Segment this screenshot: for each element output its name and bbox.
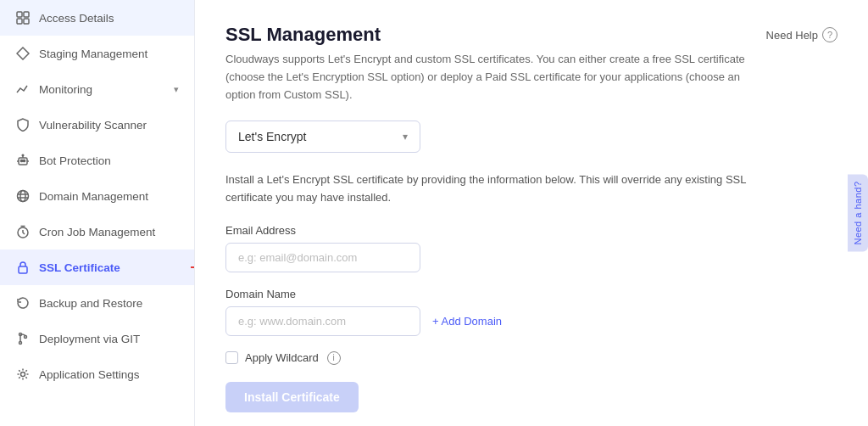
page-title: SSL Management [225, 24, 381, 46]
svg-point-12 [18, 191, 29, 202]
sidebar-item-cron-job-management[interactable]: Cron Job Management [0, 214, 194, 249]
sidebar-item-domain-management[interactable]: Domain Management [0, 178, 194, 214]
sidebar-item-label: Application Settings [39, 368, 140, 381]
sidebar-item-backup-and-restore[interactable]: Backup and Restore [0, 285, 194, 321]
lock-icon [15, 260, 31, 275]
svg-rect-2 [17, 19, 22, 24]
page-header: SSL Management Need Help ? [225, 24, 837, 46]
sidebar: Access Details Staging Management Monito… [0, 0, 195, 426]
svg-rect-18 [19, 266, 27, 273]
add-domain-link[interactable]: + Add Domain [432, 315, 502, 328]
git-icon [15, 331, 31, 346]
sidebar-item-application-settings[interactable]: Application Settings [0, 356, 194, 392]
domain-label: Domain Name [225, 288, 837, 300]
sidebar-item-label: Backup and Restore [39, 297, 142, 310]
clock-icon [15, 224, 31, 239]
svg-rect-7 [24, 160, 25, 162]
wildcard-label: Apply Wildcard [245, 351, 319, 364]
svg-point-22 [25, 336, 27, 339]
sidebar-item-monitoring[interactable]: Monitoring ▾ [0, 71, 194, 107]
svg-point-24 [21, 373, 25, 377]
ssl-type-dropdown-wrapper: Let's Encrypt ▾ [225, 121, 837, 153]
restore-icon [15, 295, 31, 311]
sidebar-item-label: Bot Protection [39, 154, 111, 167]
gear-icon [15, 367, 31, 382]
shield-icon [15, 117, 31, 132]
svg-point-13 [20, 191, 25, 202]
sidebar-item-label: Cron Job Management [39, 226, 155, 238]
info-icon[interactable]: i [327, 351, 341, 365]
svg-marker-4 [17, 48, 29, 59]
domain-form-group: Domain Name + Add Domain [225, 288, 837, 336]
sidebar-item-deployment-via-git[interactable]: Deployment via GIT [0, 321, 194, 356]
sidebar-item-ssl-certificate[interactable]: SSL Certificate [0, 249, 194, 285]
sidebar-item-access-details[interactable]: Access Details [0, 0, 194, 36]
dropdown-selected-value: Let's Encrypt [238, 130, 307, 143]
diamond-icon [15, 46, 31, 61]
email-input[interactable] [225, 243, 420, 272]
need-a-hand-tab[interactable]: Need a hand? [848, 174, 868, 251]
install-notice-text: Install a Let's Encrypt SSL certificate … [225, 171, 768, 207]
svg-rect-1 [24, 12, 29, 17]
domain-row: + Add Domain [225, 306, 837, 336]
svg-rect-3 [24, 19, 29, 24]
sidebar-item-label: Domain Management [39, 190, 148, 203]
email-label: Email Address [225, 224, 837, 237]
sidebar-item-label: SSL Certificate [39, 261, 120, 274]
svg-rect-0 [17, 12, 22, 17]
install-certificate-button[interactable]: Install Certificate [225, 382, 359, 412]
domain-input[interactable] [225, 306, 420, 336]
sidebar-item-staging-management[interactable]: Staging Management [0, 36, 194, 71]
chevron-down-icon: ▾ [403, 131, 408, 143]
need-help-link[interactable]: Need Help ? [766, 27, 837, 42]
globe-icon [15, 188, 31, 204]
svg-rect-6 [21, 160, 23, 162]
robot-icon [15, 153, 31, 168]
sidebar-item-vulnerability-scanner[interactable]: Vulnerability Scanner [0, 107, 194, 143]
main-content: SSL Management Need Help ? Cloudways sup… [195, 0, 868, 426]
sidebar-item-label: Access Details [39, 12, 114, 25]
wildcard-checkbox[interactable] [225, 351, 238, 364]
help-circle-icon: ? [822, 27, 837, 42]
email-form-group: Email Address [225, 224, 837, 272]
chart-icon [15, 81, 31, 97]
side-tab-wrapper: Need a hand? [848, 174, 868, 251]
need-help-label: Need Help [766, 29, 818, 42]
sidebar-item-bot-protection[interactable]: Bot Protection [0, 143, 194, 178]
sidebar-item-label: Deployment via GIT [39, 333, 140, 345]
description-text: Cloudways supports Let's Encrypt and cus… [225, 51, 768, 104]
grid-icon [15, 10, 31, 25]
svg-point-9 [22, 154, 24, 156]
sidebar-item-label: Vulnerability Scanner [39, 119, 147, 132]
chevron-down-icon: ▾ [174, 84, 179, 95]
ssl-type-dropdown[interactable]: Let's Encrypt ▾ [225, 121, 420, 153]
wildcard-row: Apply Wildcard i [225, 351, 837, 365]
svg-point-21 [19, 342, 22, 345]
sidebar-item-label: Monitoring [39, 83, 92, 96]
sidebar-item-label: Staging Management [39, 48, 147, 60]
